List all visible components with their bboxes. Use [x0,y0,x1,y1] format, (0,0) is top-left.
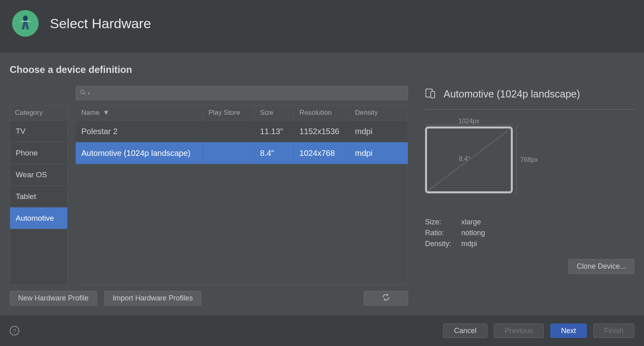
width-line [425,125,513,125]
spec-value: notlong [461,228,485,238]
column-header-size[interactable]: Size [254,106,294,120]
height-line [516,126,517,193]
svg-line-3 [84,93,86,95]
action-row: New Hardware Profile Import Hardware Pro… [10,285,408,315]
category-item-tv[interactable]: TV [10,120,67,142]
search-wrap: ▾ [76,86,408,100]
spec-row-ratio: Ratio:notlong [425,228,634,238]
table-header: Name▼ Play Store Size Resolution Density [76,106,408,120]
cell-density: mdpi [349,120,408,142]
android-studio-icon [12,10,39,37]
category-spacer [10,229,67,285]
next-button[interactable]: Next [550,323,587,338]
spec-row-density: Density:mdpi [425,238,634,249]
table-area: Category TV Phone Wear OS Tablet Automot… [10,86,408,285]
table-fill [76,164,408,285]
table-row[interactable]: Automotive (1024p landscape) 8.4" 1024x7… [76,142,408,164]
header: Select Hardware [0,0,644,53]
column-header-density[interactable]: Density [349,106,408,120]
spec-label: Size: [425,217,456,228]
spec-label: Ratio: [425,228,456,238]
page-title: Select Hardware [50,16,151,31]
previous-button[interactable]: Previous [494,323,544,338]
column-header-play-store[interactable]: Play Store [203,106,254,120]
table-right: ▾ Name▼ Play Store Size Resolution Densi… [76,86,408,285]
svg-rect-5 [431,91,435,98]
refresh-icon [382,293,390,303]
cell-size: 8.4" [254,142,294,164]
left-column: Category TV Phone Wear OS Tablet Automot… [10,86,408,315]
column-header-resolution[interactable]: Resolution [294,106,349,120]
svg-point-1 [23,16,28,21]
main-row: Category TV Phone Wear OS Tablet Automot… [10,86,634,315]
cell-resolution: 1024x768 [294,142,349,164]
category-item-wear-os[interactable]: Wear OS [10,164,67,186]
cancel-button[interactable]: Cancel [443,323,487,338]
preview-panel: Automotive (1024p landscape) 1024px 768p… [425,86,634,315]
clone-device-button[interactable]: Clone Device... [568,259,634,274]
cell-play-store [203,120,254,142]
category-item-tablet[interactable]: Tablet [10,186,67,207]
footer: ? Cancel Previous Next Finish [0,315,644,346]
table-row[interactable]: Polestar 2 11.13" 1152x1536 mdpi [76,120,408,142]
help-button[interactable]: ? [10,326,19,336]
cell-name: Automotive (1024p landscape) [76,142,203,164]
cell-name: Polestar 2 [76,120,203,142]
column-name-label: Name [81,109,99,117]
device-table: Name▼ Play Store Size Resolution Density… [76,105,408,285]
dropdown-caret-icon: ▾ [88,91,90,95]
search-icon [80,89,86,97]
spec-label: Density: [425,238,456,249]
cell-size: 11.13" [254,120,294,142]
preview-actions: Clone Device... [425,259,634,274]
category-header: Category [10,106,67,120]
spec-value: xlarge [461,217,481,228]
preview-title: Automotive (1024p landscape) [444,88,580,100]
refresh-button[interactable] [364,291,408,306]
diagonal-dimension: 8.4" [459,155,470,163]
preview-specs: Size:xlarge Ratio:notlong Density:mdpi [425,217,634,249]
width-dimension: 1024px [425,118,513,125]
preview-header: Automotive (1024p landscape) [425,87,634,110]
svg-point-2 [81,90,85,93]
spec-row-size: Size:xlarge [425,217,634,228]
spec-value: mdpi [461,238,477,249]
new-hardware-profile-button[interactable]: New Hardware Profile [10,291,97,306]
category-item-phone[interactable]: Phone [10,142,67,164]
preview-diagram: 1024px 768px 8.4" [425,126,542,207]
height-dimension: 768px [520,126,538,193]
content-area: Choose a device definition Category TV P… [0,53,644,315]
import-hardware-profiles-button[interactable]: Import Hardware Profiles [104,291,201,306]
cell-resolution: 1152x1536 [294,120,349,142]
cell-play-store [203,142,254,164]
subtitle: Choose a device definition [10,64,634,75]
search-input[interactable]: ▾ [76,86,408,100]
finish-button[interactable]: Finish [593,323,634,338]
category-item-automotive[interactable]: Automotive [10,207,67,229]
sort-desc-icon: ▼ [103,109,109,117]
devices-icon [425,87,436,100]
column-header-name[interactable]: Name▼ [76,106,203,120]
category-list: Category TV Phone Wear OS Tablet Automot… [10,105,68,285]
cell-density: mdpi [349,142,408,164]
